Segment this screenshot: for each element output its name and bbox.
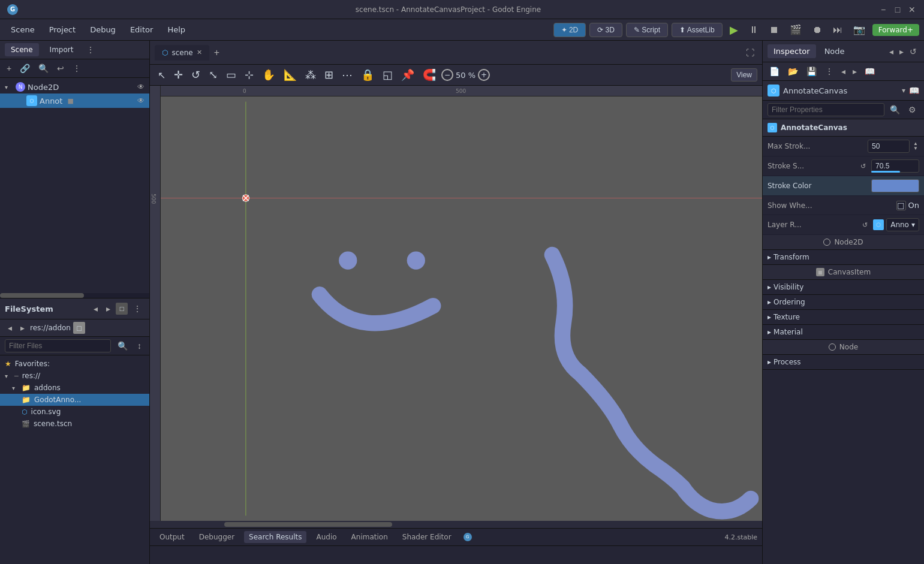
snap-tool[interactable]: 🧲	[420, 67, 439, 83]
btn-3d[interactable]: ⟳ 3D	[589, 23, 622, 37]
tab-close-btn[interactable]: ✕	[197, 49, 202, 56]
fs-item-addons[interactable]: ▾ 📁 addons	[0, 382, 149, 394]
max-strokes-input[interactable]	[868, 140, 910, 153]
scene-refresh-btn[interactable]: ↩	[54, 62, 67, 75]
layer-render-dropdown[interactable]: Anno ▾	[886, 218, 919, 231]
collapsible-transform[interactable]: ▸ Transform	[763, 250, 924, 265]
tab-search-results[interactable]: Search Results	[244, 531, 306, 543]
tab-audio[interactable]: Audio	[311, 531, 341, 543]
rotate-tool[interactable]: ↺	[188, 67, 203, 83]
fs-item-godotanno[interactable]: 📁 GodotAnno...	[0, 394, 149, 406]
btn-assetlib[interactable]: ⬆ AssetLib	[672, 23, 723, 37]
insp-hist-forward[interactable]: ▸	[850, 65, 859, 77]
collapsible-texture[interactable]: ▸ Texture	[763, 310, 924, 325]
scene-more-btn[interactable]: ⋮	[70, 62, 84, 75]
scene-link-btn[interactable]: 🔗	[17, 62, 33, 75]
stop-button[interactable]: ⏹	[766, 23, 782, 37]
scale-tool[interactable]: ⤡	[206, 67, 221, 83]
node-selector[interactable]: ⬡ AnnotateCanvas ▾ 📖	[763, 81, 924, 101]
insp-refresh-btn[interactable]: ↺	[907, 46, 919, 58]
insp-docs-btn[interactable]: 📖	[862, 65, 878, 78]
viewport[interactable]: 0 500 500	[150, 86, 762, 521]
scene-scrollthumb[interactable]	[0, 293, 84, 298]
tab-output[interactable]: Output	[155, 531, 189, 543]
frame-tool[interactable]: ◱	[380, 67, 396, 83]
fs-item-favorites[interactable]: ★ Favorites:	[0, 358, 149, 370]
insp-forward-btn[interactable]: ▸	[897, 46, 906, 58]
zoom-out-btn[interactable]: −	[441, 69, 453, 81]
insp-hist-back[interactable]: ◂	[839, 65, 848, 77]
show-when-checkbox[interactable]: □	[896, 201, 906, 210]
view-btn[interactable]: View	[731, 68, 757, 82]
filter-props-input[interactable]	[768, 103, 884, 116]
max-strokes-down[interactable]: ▼	[912, 146, 919, 151]
btn-script[interactable]: ✎ Script	[626, 23, 668, 37]
filter-search-btn[interactable]: 🔍	[887, 103, 903, 116]
fs-search-btn[interactable]: 🔍	[115, 339, 131, 352]
run-button[interactable]: ▶	[726, 22, 742, 38]
section-canvasitem[interactable]: ■ CanvasItem	[763, 265, 924, 280]
fs-forward-btn[interactable]: ▸	[103, 302, 113, 315]
insp-file-save[interactable]: 💾	[803, 65, 820, 78]
frame-button[interactable]: ⏭	[829, 23, 846, 37]
section-node[interactable]: Node	[763, 340, 924, 355]
tab-scene[interactable]: Scene	[5, 43, 39, 56]
insp-file-open[interactable]: 📂	[785, 65, 801, 78]
fs-back-btn[interactable]: ◂	[91, 302, 101, 315]
rect-tool[interactable]: ▭	[223, 67, 239, 83]
maximize-button[interactable]: □	[893, 5, 902, 14]
fs-sort-btn[interactable]: ↕	[134, 339, 145, 352]
tab-debugger[interactable]: Debugger	[194, 531, 239, 543]
insp-file-new[interactable]: 📄	[766, 65, 782, 78]
tab-inspector[interactable]: Inspector	[768, 44, 816, 58]
grid-tool[interactable]: ⊞	[321, 67, 336, 83]
collapsible-material[interactable]: ▸ Material	[763, 325, 924, 340]
scene-scrollbar[interactable]	[0, 293, 149, 298]
viewport-scrollthumb[interactable]	[224, 522, 392, 527]
zoom-in-btn[interactable]: +	[478, 69, 490, 81]
menu-editor[interactable]: Editor	[124, 23, 159, 37]
scene-search-btn[interactable]: 🔍	[35, 62, 52, 75]
fs-nav-back[interactable]: ◂	[5, 321, 15, 334]
fs-menu-btn[interactable]: ⋮	[130, 302, 145, 315]
collapsible-visibility[interactable]: ▸ Visibility	[763, 280, 924, 295]
minimize-button[interactable]: −	[878, 5, 888, 14]
tree-item-annot[interactable]: ⬡ Annot ■ 👁	[0, 94, 149, 108]
collapsible-ordering[interactable]: ▸ Ordering	[763, 295, 924, 310]
filter-settings-btn[interactable]: ⚙	[905, 103, 919, 116]
section-annotatecanvas[interactable]: ⬡ AnnotateCanvas	[763, 119, 924, 137]
menu-project[interactable]: Project	[43, 23, 82, 37]
fullscreen-btn[interactable]: ⛶	[743, 46, 757, 59]
forward-badge[interactable]: Forward+	[872, 24, 919, 36]
tree-item-node2d[interactable]: ▾ N Node2D 👁	[0, 80, 149, 94]
stroke-size-reset[interactable]: ↺	[857, 161, 869, 172]
camera-button[interactable]: 📷	[850, 23, 869, 37]
more-tools[interactable]: ⋯	[339, 67, 356, 83]
tab-import[interactable]: Import	[44, 43, 80, 56]
pause-button[interactable]: ⏸	[745, 23, 762, 37]
section-node2d[interactable]: Node2D	[763, 235, 924, 250]
scene-add-btn[interactable]: +	[4, 62, 14, 75]
tab-shader-editor[interactable]: Shader Editor	[398, 531, 456, 543]
hand-tool[interactable]: ✋	[259, 67, 278, 83]
fs-item-scenetscn[interactable]: 🎬 scene.tscn	[0, 418, 149, 430]
select-tool[interactable]: ↖	[155, 68, 168, 82]
editor-tab-scene[interactable]: ⬡ scene ✕	[155, 45, 209, 61]
collapsible-process[interactable]: ▸ Process	[763, 355, 924, 370]
close-button[interactable]: ✕	[907, 5, 917, 14]
movie-button[interactable]: 🎬	[786, 23, 805, 37]
insp-back-btn[interactable]: ◂	[887, 46, 896, 58]
pivot-tool[interactable]: ⊹	[242, 67, 257, 83]
fs-item-res[interactable]: ▾ ─ res://	[0, 370, 149, 382]
viewport-scrollbar[interactable]	[150, 521, 762, 528]
record-button[interactable]: ⏺	[809, 23, 826, 37]
move-tool[interactable]: ✛	[171, 67, 186, 83]
lock-tool[interactable]: 🔒	[358, 67, 377, 83]
insp-file-more[interactable]: ⋮	[822, 65, 836, 78]
pin-tool[interactable]: 📌	[398, 67, 417, 83]
fs-filter-input[interactable]	[5, 339, 111, 352]
fs-nav-forward[interactable]: ▸	[17, 321, 28, 334]
stroke-color-swatch[interactable]	[871, 179, 919, 192]
scene-menu-btn[interactable]: ⋮	[84, 44, 97, 56]
menu-scene[interactable]: Scene	[5, 23, 41, 37]
